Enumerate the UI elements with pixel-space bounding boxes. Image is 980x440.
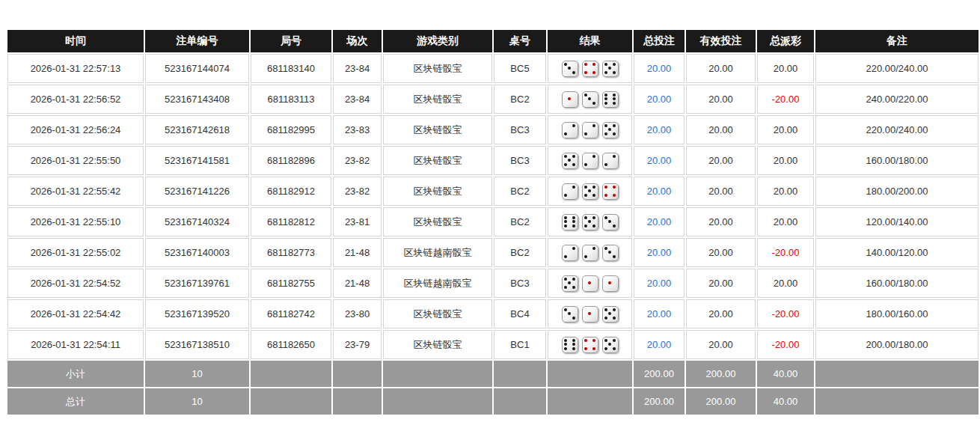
dice-result xyxy=(551,245,629,261)
die-2-icon xyxy=(562,245,578,261)
total-bet-link[interactable]: 20.00 xyxy=(647,63,672,74)
table-row: 2026-01-31 22:54:42523167139520681182742… xyxy=(7,299,979,329)
cell-text-round_no: 681182773 xyxy=(267,247,315,258)
footer-cell-total_payout: 40.00 xyxy=(757,388,814,415)
die-6-icon xyxy=(602,91,619,108)
die-5-icon xyxy=(562,153,578,169)
cell-text-game_type: 区块链越南骰宝 xyxy=(404,247,472,258)
table-row: 2026-01-31 22:57:13523167144074681183140… xyxy=(7,54,979,83)
total-bet-link[interactable]: 20.00 xyxy=(647,124,672,135)
cell-text-time: 2026-01-31 22:55:10 xyxy=(31,216,121,227)
cell-text-game_type: 区块链越南骰宝 xyxy=(404,278,472,289)
cell-text-remark: 180.00/200.00 xyxy=(866,186,928,197)
cell-result xyxy=(548,115,632,144)
die-5-icon xyxy=(562,275,578,292)
cell-game_type: 区块链骰宝 xyxy=(383,330,492,359)
cell-text-bet_id: 523167142618 xyxy=(165,124,230,135)
cell-total_payout: -20.00 xyxy=(757,299,814,329)
column-header-round_no: 局号 xyxy=(251,30,331,52)
cell-result xyxy=(548,330,632,359)
cell-bet_id: 523167142618 xyxy=(145,115,249,144)
cell-game_type: 区块链越南骰宝 xyxy=(383,269,492,298)
cell-text-session: 23-79 xyxy=(345,339,370,350)
cell-total_bet: 20.00 xyxy=(634,207,685,236)
cell-text-bet_id: 523167140324 xyxy=(165,216,230,227)
cell-result xyxy=(548,146,632,175)
cell-text-valid_bet: 20.00 xyxy=(708,186,733,197)
footer-cell-result xyxy=(548,388,632,415)
table-row: 2026-01-31 22:55:42523167141226681182912… xyxy=(7,177,979,206)
total-bet-link[interactable]: 20.00 xyxy=(647,216,672,227)
cell-text-round_no: 681182896 xyxy=(267,155,315,166)
cell-text-bet_id: 523167143408 xyxy=(165,94,230,105)
cell-text-session: 23-81 xyxy=(345,216,370,227)
total-bet-link[interactable]: 20.00 xyxy=(647,278,672,289)
dice-result xyxy=(551,153,629,169)
cell-text-game_type: 区块链骰宝 xyxy=(414,155,462,166)
total-bet-link[interactable]: 20.00 xyxy=(647,339,672,350)
cell-remark: 220.00/240.00 xyxy=(815,54,979,83)
cell-text-table_no: BC3 xyxy=(510,278,529,289)
cell-session: 23-79 xyxy=(333,330,382,359)
total-bet-link[interactable]: 20.00 xyxy=(647,247,672,258)
cell-table_no: BC2 xyxy=(494,207,546,236)
cell-text-remark: 140.00/120.00 xyxy=(866,247,928,258)
cell-text-game_type: 区块链骰宝 xyxy=(414,63,462,74)
column-header-remark: 备注 xyxy=(815,30,979,52)
total-bet-link[interactable]: 20.00 xyxy=(647,186,672,197)
die-2-icon xyxy=(582,153,598,169)
die-3-icon xyxy=(602,245,619,261)
cell-table_no: BC4 xyxy=(494,299,546,329)
cell-text-session: 23-84 xyxy=(345,94,370,105)
total-bet-link[interactable]: 20.00 xyxy=(647,155,672,166)
dice-result xyxy=(551,306,629,323)
column-header-valid_bet: 有效投注 xyxy=(686,30,756,52)
grand-total-row: 总计10200.00200.0040.00 xyxy=(7,388,979,415)
cell-result xyxy=(548,177,632,206)
cell-time: 2026-01-31 22:54:52 xyxy=(7,269,144,298)
footer-cell-remark xyxy=(815,361,979,387)
die-2-icon xyxy=(562,122,578,138)
cell-text-round_no: 681183140 xyxy=(267,63,315,74)
cell-valid_bet: 20.00 xyxy=(686,177,756,206)
cell-text-session: 23-83 xyxy=(345,124,370,135)
total-bet-link[interactable]: 20.00 xyxy=(647,308,672,320)
cell-result xyxy=(548,207,632,236)
cell-text-session: 23-84 xyxy=(345,63,370,74)
cell-text-table_no: BC5 xyxy=(510,63,529,74)
cell-text-total_payout: -20.00 xyxy=(772,308,800,320)
cell-valid_bet: 20.00 xyxy=(686,299,756,329)
cell-text-table_no: BC4 xyxy=(510,308,529,320)
cell-text-bet_id: 523167144074 xyxy=(165,63,230,74)
cell-time: 2026-01-31 22:54:11 xyxy=(7,330,144,359)
cell-text-total_payout: 20.00 xyxy=(774,63,798,74)
cell-text-valid_bet: 20.00 xyxy=(708,278,733,289)
die-5-icon xyxy=(602,61,619,77)
die-2-icon xyxy=(602,153,619,169)
die-2-icon xyxy=(582,245,598,261)
cell-table_no: BC2 xyxy=(494,238,546,267)
cell-round_no: 681182755 xyxy=(251,269,331,298)
cell-bet_id: 523167143408 xyxy=(145,85,249,114)
cell-total_payout: 20.00 xyxy=(757,269,814,298)
cell-remark: 180.00/160.00 xyxy=(815,299,979,329)
cell-text-time: 2026-01-31 22:55:02 xyxy=(31,247,121,258)
cell-round_no: 681182896 xyxy=(251,146,331,175)
cell-round_no: 681182773 xyxy=(251,238,331,267)
table-row: 2026-01-31 22:55:02523167140003681182773… xyxy=(7,238,979,267)
cell-text-remark: 160.00/180.00 xyxy=(866,278,928,289)
cell-text-table_no: BC2 xyxy=(510,216,529,227)
column-header-table_no: 桌号 xyxy=(494,30,546,52)
cell-text-bet_id: 523167139761 xyxy=(165,278,230,289)
cell-text-game_type: 区块链骰宝 xyxy=(414,94,462,105)
cell-text-total_payout: -20.00 xyxy=(772,94,800,105)
die-4-icon xyxy=(582,337,598,353)
cell-text-total_payout: -20.00 xyxy=(772,247,800,258)
cell-text-game_type: 区块链骰宝 xyxy=(414,308,462,320)
table-header-row: 时间注单编号局号场次游戏类别桌号结果总投注有效投注总派彩备注 xyxy=(7,30,979,52)
cell-round_no: 681182812 xyxy=(251,207,331,236)
bet-records-page: 时间注单编号局号场次游戏类别桌号结果总投注有效投注总派彩备注 2026-01-3… xyxy=(0,0,980,440)
cell-valid_bet: 20.00 xyxy=(686,330,756,359)
total-bet-link[interactable]: 20.00 xyxy=(647,94,672,105)
cell-text-remark: 160.00/180.00 xyxy=(866,155,928,166)
